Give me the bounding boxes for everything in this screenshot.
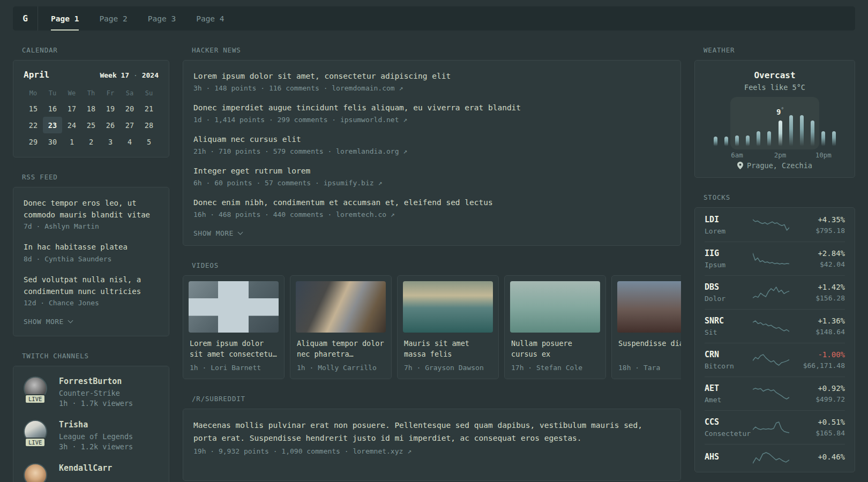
stock-ticker: SNRC [705,316,753,326]
hackernews-show-more-button[interactable]: SHOW MORE [193,229,670,237]
calendar-day: 25 [81,117,101,133]
external-link-arrow-icon: ↗ [403,116,407,124]
weather-hour-label: 2pm [774,151,787,159]
calendar-year: 2024 [142,71,159,79]
stock-row[interactable]: LDI Lorem +4.35% $795.18 [705,208,845,242]
weather-temp-bar [714,137,717,146]
page-tabs: Page 1 Page 2 Page 3 Page 4 [38,6,225,31]
stock-sparkline-chart [753,451,789,465]
calendar-day: 16 [43,100,62,117]
calendar-weekday: Sa [120,86,139,100]
video-card[interactable]: Lorem ipsum dolor sit amet consectetu… 1… [183,275,285,379]
calendar-day: 1 [62,133,81,150]
page-tab-label: Page 2 [99,14,127,23]
hackernews-item-domain-link[interactable]: ipsumify.biz [324,179,374,187]
twitch-channel-row[interactable]: LIVE Trisha League of Legends 3h · 1.2k … [24,420,159,451]
twitch-channel-name[interactable]: Trisha [59,420,133,430]
hackernews-item-meta: 3h · 148 points · 116 comments · loremdo… [193,84,670,92]
video-thumbnail[interactable] [510,281,600,333]
page-tab[interactable]: Page 1 [51,6,79,31]
twitch-card: LIVE ForrestBurton Counter-Strike 1h · 1… [13,366,169,482]
weather-hour-cell: 9° [796,114,807,146]
rss-item-title-link[interactable]: Sed volutpat nulla nisl, a condimentum n… [24,274,159,297]
hackernews-widget: HACKER NEWS Lorem ipsum dolor sit amet, … [183,46,681,246]
hackernews-item-title-link[interactable]: Donec enim nibh, condimentum et accumsan… [193,197,670,208]
hackernews-item-title-link[interactable]: Aliquam nec cursus elit [193,134,670,145]
video-card[interactable]: Suspendisse diam 18h · Tara [611,275,681,379]
middle-column: HACKER NEWS Lorem ipsum dolor sit amet, … [183,31,681,481]
stock-id: CCS Consectetur [705,417,753,438]
weather-condition: Overcast [705,70,845,80]
twitch-channel-row[interactable]: LIVE KendallCarr [24,463,159,482]
stock-row[interactable]: DBS Dolor +1.42% $156.28 [705,275,845,309]
app-logo[interactable]: G [13,6,38,31]
video-title-link[interactable]: Lorem ipsum dolor sit amet consectetu… [190,338,278,360]
hackernews-item-domain-link[interactable]: loremlandia.org [336,147,399,155]
rss-item-title-link[interactable]: In hac habitasse platea [24,242,159,253]
video-title-link[interactable]: Mauris sit amet massa felis [404,338,492,360]
video-card[interactable]: Nullam posuere cursus ex 17h · Stefan Co… [504,275,606,379]
calendar-weekday: Fr [101,86,120,100]
page-tab[interactable]: Page 2 [99,6,127,31]
separator-dot: · [133,71,138,79]
stocks-widget: STOCKS LDI Lorem +4.35% $795.18 [694,193,855,472]
hackernews-item-meta: 6h · 60 points · 57 comments · ipsumify.… [193,179,670,187]
right-column: WEATHER Overcast Feels like 5°C 9° [694,31,855,472]
stock-sparkline-chart [753,218,789,232]
stock-row[interactable]: IIG Ipsum +2.84% $42.04 [705,242,845,275]
weather-feels-like: Feels like 5°C [705,83,845,92]
hackernews-item-domain-link[interactable]: loremdomain.com [332,84,394,92]
video-thumbnail[interactable] [296,281,386,333]
video-thumbnail[interactable] [617,281,681,333]
page-tab[interactable]: Page 3 [148,6,176,31]
weather-hour-cell: 9° [764,114,775,146]
stocks-widget-title: STOCKS [694,193,855,201]
twitch-channel-category[interactable]: League of Legends [59,432,133,441]
video-card[interactable]: Aliquam tempor dolor nec pharetra… 1h · … [290,275,392,379]
twitch-channel-name[interactable]: ForrestBurton [59,376,133,386]
video-title-link[interactable]: Suspendisse diam [618,338,681,360]
video-card[interactable]: Mauris sit amet massa felis 7h · Grayson… [397,275,499,379]
subreddit-post-title-link[interactable]: Maecenas mollis pulvinar erat non posuer… [193,419,649,445]
page-tab[interactable]: Page 4 [196,6,224,31]
weather-temp-bar [832,131,836,146]
calendar-widget-title: CALENDAR [13,46,169,54]
twitch-channel-name[interactable]: KendallCarr [59,463,112,473]
hackernews-item-title-link[interactable]: Lorem ipsum dolor sit amet, consectetur … [193,71,670,82]
calendar-day: 2 [81,133,101,150]
twitch-channel-viewers: 1h · 1.7k viewers [59,399,133,408]
external-link-arrow-icon: ↗ [391,210,395,219]
stock-row[interactable]: CCS Consectetur +0.51% $165.84 [705,410,845,444]
weather-hourly-chart: 9° 9° 9° [710,114,840,146]
weather-temp-bar [724,137,728,146]
stock-row[interactable]: SNRC Sit +1.36% $148.64 [705,309,845,343]
hackernews-list: Lorem ipsum dolor sit amet, consectetur … [193,71,670,219]
hackernews-item-domain-link[interactable]: loremtech.co [336,210,386,219]
weather-hour-cell: 9° [721,114,731,146]
twitch-channel-category[interactable]: Counter-Strike [59,389,133,397]
video-title-link[interactable]: Aliquam tempor dolor nec pharetra… [297,338,385,360]
calendar-day: 27 [120,117,139,133]
hackernews-item-domain-link[interactable]: ipsumworld.net [340,116,399,124]
hackernews-item-title-link[interactable]: Donec imperdiet augue tincidunt felis al… [193,102,670,114]
subreddit-post-domain-link[interactable]: loremnet.xyz [353,447,403,455]
stock-sparkline-chart [753,420,789,434]
rss-list: Donec tempor eros leo, ut commodo mauris… [24,198,159,307]
hackernews-item-title-link[interactable]: Integer eget rutrum lorem [193,165,670,177]
stock-price: $499.72 [789,395,845,403]
rss-show-more-button[interactable]: SHOW MORE [24,318,159,326]
video-title-link[interactable]: Nullam posuere cursus ex [511,338,599,360]
rss-item: In hac habitasse platea 8d · Cynthia Sau… [24,242,159,263]
stock-row[interactable]: AHS +0.46% [705,444,845,471]
weather-widget-title: WEATHER [694,46,855,54]
video-thumbnail[interactable] [189,281,279,333]
video-thumbnail[interactable] [403,281,493,333]
stock-row[interactable]: CRN Bitcorn -1.00% $66,171.48 [705,343,845,376]
show-more-label: SHOW MORE [193,229,234,237]
videos-row: Lorem ipsum dolor sit amet consectetu… 1… [183,275,681,379]
stock-row[interactable]: AET Amet +0.92% $499.72 [705,376,845,410]
twitch-channel-row[interactable]: LIVE ForrestBurton Counter-Strike 1h · 1… [24,376,159,408]
stock-price: $148.64 [789,328,845,336]
calendar-day: 5 [139,133,159,150]
rss-item-title-link[interactable]: Donec tempor eros leo, ut commodo mauris… [24,198,159,221]
